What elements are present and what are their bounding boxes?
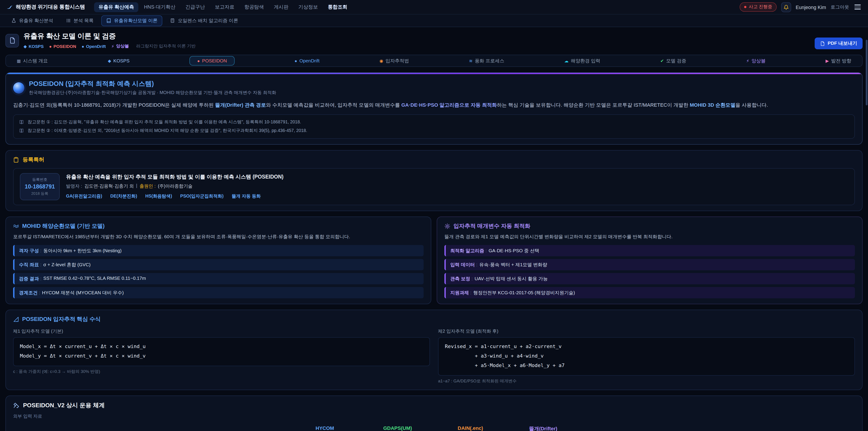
source-hycom: HYCOM 해류·수온·염분 YYYYMMDD.nc xyxy=(298,425,351,431)
poseidon-heading-block: POSEIDON (입자추적 최적화 예측 시스템) 한국해양환경공단·(주)아… xyxy=(29,80,276,96)
tab-particle-tracking[interactable]: ◉입자추적법 xyxy=(379,58,409,64)
patent-title: 유출유 확산 예측을 위한 입자 추적 모듈 최적화 방법 및 이를 이용한 예… xyxy=(66,173,283,181)
tab-ocean-env-input[interactable]: ☁해양환경 입력 xyxy=(564,58,600,64)
tab-future-direction[interactable]: ▶발전 방향 xyxy=(826,58,851,64)
reference-item: 참고문헌 ① : 김도연·김용혁, "유출유 확산 예측을 위한 입자 추적 모… xyxy=(19,118,849,127)
satellite-icon xyxy=(13,402,20,409)
formula-model2-code: Revised_x = a1·current_u + a2·current_v … xyxy=(438,337,855,375)
tab-ensemble[interactable]: ⚡앙상블 xyxy=(746,58,766,64)
tag-ga[interactable]: GA(유전알고리즘) xyxy=(66,194,102,199)
highlight-optimization-algorithms: GA·DE·HS·PSO 알고리즘으로 자동 최적화 xyxy=(401,102,497,107)
menu-item-hns[interactable]: HNS·대기확산 xyxy=(140,2,180,12)
flask-icon xyxy=(11,18,16,23)
top-navbar: 해양환경 위기대응 통합시스템 유출유 확산예측 HNS·대기확산 긴급구난 보… xyxy=(0,0,868,14)
patent-number-block: 등록번호 10-1868791 2018 등록 xyxy=(20,173,60,201)
operations-section: POSEIDON_V2 상시 운용 체계 외부 입력 자료 HYCOM 해류·수… xyxy=(5,396,863,431)
tab-system-overview[interactable]: ▦시스템 개요 xyxy=(17,58,48,64)
formula-section: POSEIDON 입자추적 핵심 수식 제1 입자추적 모델 (기본) Mode… xyxy=(5,310,863,390)
tag-pso[interactable]: PSO(입자군집최적화) xyxy=(180,194,223,199)
sphere-icon xyxy=(13,82,24,93)
patent-tags: GA(유전알고리즘) DE(차분진화) HS(화음탐색) PSO(입자군집최적화… xyxy=(66,194,283,199)
poseidon-description: 김충기·김도연 외(등록특허 10-1868791, 2018)가 개발한 PO… xyxy=(13,101,855,110)
optimization-card: 입자추적 매개변수 자동 최적화 뜰개 관측 경로와 제1 모델 예측값의 단위… xyxy=(437,217,863,304)
formula-model1-caption: c : 풍속 가중치 (예: c=0.3 → 바람의 30% 반영) xyxy=(13,369,430,375)
tag-hs[interactable]: HS(화음탐색) xyxy=(145,194,172,199)
opt-row-algorithm: 최적화 알고리즘GA·DE·HS·PSO 중 선택 xyxy=(444,245,855,256)
patent-section: 등록특허 등록번호 10-1868791 2018 등록 유출유 확산 예측을 … xyxy=(5,150,863,211)
sub-tab-bar: 유출유 확산분석 분석 목록 유출유확산모델 이론 오일펜스 배치 알고리즘 이… xyxy=(0,14,868,27)
divider: | xyxy=(136,183,137,190)
opt-row-observation: 관측 보정UAV·선박 탑재 센서 동시 활용 가능 xyxy=(444,273,855,284)
tab-poseidon[interactable]: ●POSEIDON xyxy=(190,56,235,65)
reference-item: 참고문헌 ② : 이재호·임병준·김도연 외, "2016년 동아시아 해역의 … xyxy=(19,127,849,135)
app-logo[interactable]: 해양환경 위기대응 통합시스템 xyxy=(6,4,85,10)
pdf-document-icon xyxy=(820,41,825,46)
poseidon-section: POSEIDON (입자추적 최적화 예측 시스템) 한국해양환경공단·(주)아… xyxy=(5,72,863,145)
pdf-export-button[interactable]: PDF 내보내기 xyxy=(815,37,863,49)
gear-icon xyxy=(444,223,450,229)
menu-item-reports[interactable]: 보고자료 xyxy=(211,2,239,12)
notification-button[interactable] xyxy=(781,2,791,12)
tab-kosps[interactable]: ◆KOSPS xyxy=(108,58,129,63)
highlight-mohid-model: MOHID 3D 순환모델 xyxy=(690,102,736,107)
page-header: 유출유 확산 모델 이론 및 검증 ◆KOSPS ●POSEIDON ●Open… xyxy=(5,32,863,49)
diamond-icon: ◆ xyxy=(24,44,27,49)
mohid-row-boundary: 경계조건HYCOM 재분석 (MYOCEAN 대비 우수) xyxy=(13,287,424,298)
incident-status-badge[interactable]: 사고 진행중 xyxy=(740,2,777,12)
formula-model2-caption: a1~a7 : GA/DE/PSO로 최적화된 매개변수 xyxy=(438,378,855,384)
tag-drifter-assimilation[interactable]: 뜰개 자동 동화 xyxy=(232,194,260,199)
mohid-row-vertical: 수직 좌표σ + Z-level 혼합 (GVC) xyxy=(13,259,424,270)
patent-details: 유출유 확산 예측을 위한 입자 추적 모듈 최적화 방법 및 이를 이용한 예… xyxy=(66,173,283,201)
formula-model2-label: 제2 입자추적 모델 (최적화 후) xyxy=(438,328,855,335)
menu-item-board[interactable]: 게시판 xyxy=(269,2,293,12)
mohid-card-header: MOHID 해양순환모델 (기반 모델) xyxy=(13,223,424,230)
source-gdaps: GDAPS(UM) 바람 10m 기압 g512_v070_ereo_*.gri… xyxy=(371,425,424,431)
subtab-analysis-list[interactable]: 분석 목록 xyxy=(61,15,98,26)
mohid-rows: 격자 구성동아시아 9km + 한반도 3km (Nesting) 수직 좌표σ… xyxy=(13,245,424,298)
swirl-icon: ◉ xyxy=(379,58,383,63)
red-dot-icon xyxy=(744,6,747,8)
opt-row-input: 입력 데이터유속·풍속 벡터 + 제1모델 변화량 xyxy=(444,259,855,270)
tag-de[interactable]: DE(차분진화) xyxy=(110,194,137,199)
mohid-card-title: MOHID 해양순환모델 (기반 모델) xyxy=(22,223,105,230)
subtab-spill-analysis[interactable]: 유출유 확산분석 xyxy=(6,15,58,26)
patent-number-label: 등록번호 xyxy=(22,177,57,182)
formula-section-title: POSEIDON 입자추적 핵심 수식 xyxy=(22,315,101,323)
app-window: 해양환경 위기대응 통합시스템 유출유 확산예측 HNS·대기확산 긴급구난 보… xyxy=(0,0,868,431)
book-icon xyxy=(106,18,111,23)
hamburger-menu-icon[interactable] xyxy=(854,3,862,11)
logout-button[interactable]: 로그아웃 xyxy=(831,4,849,10)
subtab-diffusion-model-theory[interactable]: 유출유확산모델 이론 xyxy=(101,15,162,26)
patent-people-line: 발명자 : 김도연·김용혁·김충기 외 | 출원인 : (주)아라종합기술 xyxy=(66,183,283,190)
patent-number: 10-1868791 xyxy=(22,184,57,190)
menu-item-spill-forecast[interactable]: 유출유 확산예측 xyxy=(94,2,138,12)
menu-item-aerial-search[interactable]: 항공탐색 xyxy=(240,2,268,12)
cloud-icon: ☁ xyxy=(564,58,568,63)
main-menu: 유출유 확산예측 HNS·대기확산 긴급구난 보고자료 항공탐색 게시판 기상정… xyxy=(94,2,352,12)
dot-icon: ● xyxy=(49,44,52,49)
formula-model1-label: 제1 입자추적 모델 (기본) xyxy=(13,328,430,335)
subtab-oilfence-algorithm-theory[interactable]: 오일펜스 배치 알고리즘 이론 xyxy=(165,15,243,26)
poseidon-section-title: POSEIDON (입자추적 최적화 예측 시스템) xyxy=(29,80,276,88)
badge-poseidon: ●POSEIDON xyxy=(49,44,76,49)
check-icon: ✔ xyxy=(660,58,664,63)
menu-item-weather[interactable]: 기상정보 xyxy=(294,2,322,12)
badge-kosps: ◆KOSPS xyxy=(24,44,43,49)
scrollbar-thumb[interactable] xyxy=(866,40,868,105)
wave-icon xyxy=(13,223,19,229)
optimization-rows: 최적화 알고리즘GA·DE·HS·PSO 중 선택 입력 데이터유속·풍속 벡터… xyxy=(444,245,855,298)
tab-model-validation[interactable]: ✔모델 검증 xyxy=(660,58,686,64)
optimization-card-title: 입자추적 매개변수 자동 최적화 xyxy=(454,223,530,230)
operations-title: POSEIDON_V2 상시 운용 체계 xyxy=(23,401,105,409)
external-input-label: 외부 입력 자료 xyxy=(13,413,855,420)
operations-header: POSEIDON_V2 상시 운용 체계 xyxy=(13,401,855,409)
page-scrollbar[interactable] xyxy=(866,0,868,431)
tab-weathering-process[interactable]: ≋풍화 프로세스 xyxy=(469,58,504,64)
references-box: 참고문헌 ① : 김도연·김용혁, "유출유 확산 예측을 위한 입자 추적 모… xyxy=(13,115,855,139)
patent-section-title: 등록특허 xyxy=(23,156,44,164)
menu-item-rescue[interactable]: 긴급구난 xyxy=(181,2,209,12)
menu-item-integrated-search[interactable]: 통합조회 xyxy=(323,2,352,12)
dot-icon: ● xyxy=(294,58,297,63)
app-title: 해양환경 위기대응 통합시스템 xyxy=(16,4,85,10)
tab-opendrift[interactable]: ●OpenDrift xyxy=(294,58,319,63)
